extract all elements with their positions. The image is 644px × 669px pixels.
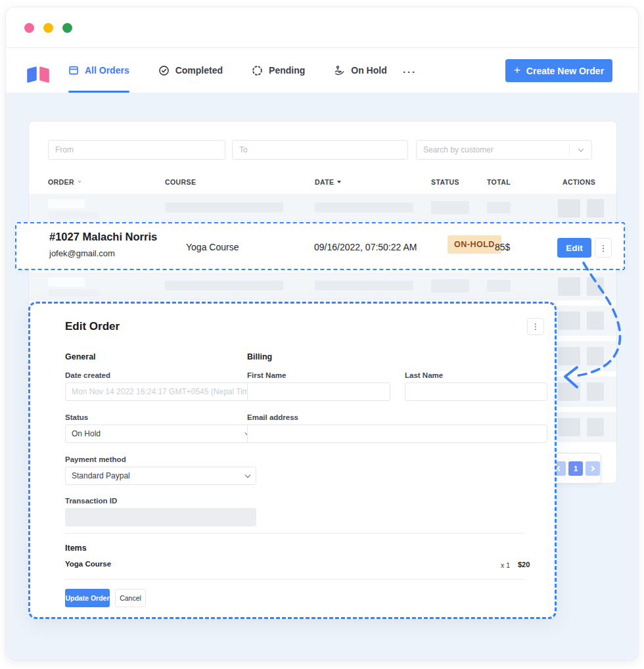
payment-select-value: Standard Paypal bbox=[72, 471, 130, 480]
update-order-button[interactable]: Update Order bbox=[65, 589, 110, 607]
general-section-heading: General bbox=[65, 352, 96, 361]
item-quantity: x 1 bbox=[501, 561, 510, 569]
skeleton-block bbox=[48, 289, 99, 296]
tab-pending[interactable]: Pending bbox=[252, 48, 305, 93]
column-actions: ACTIONS bbox=[563, 178, 595, 186]
app-window: All Orders Completed Pending bbox=[5, 7, 639, 661]
highlighted-order-row[interactable]: #1027 Malachi Norris jofek@gmail.com Yog… bbox=[15, 222, 625, 270]
tab-on-hold[interactable]: On Hold bbox=[334, 48, 386, 93]
skeleton-block bbox=[487, 280, 511, 292]
edit-order-button[interactable]: Edit bbox=[557, 238, 591, 258]
skeleton-block bbox=[558, 382, 580, 401]
order-total: 85$ bbox=[495, 242, 510, 252]
maximize-window-dot[interactable] bbox=[62, 23, 72, 33]
skeleton-block bbox=[315, 281, 413, 290]
orders-icon bbox=[68, 65, 79, 76]
column-date[interactable]: DATE bbox=[315, 178, 341, 186]
skeleton-block bbox=[558, 418, 580, 436]
email-input[interactable] bbox=[247, 425, 547, 443]
skeleton-block bbox=[558, 277, 580, 296]
hand-hold-icon bbox=[334, 65, 345, 76]
tab-label: Pending bbox=[269, 65, 305, 76]
skeleton-block bbox=[587, 199, 604, 218]
chevron-down-icon bbox=[578, 146, 583, 151]
order-title: #1027 Malachi Norris bbox=[49, 231, 157, 243]
skeleton-block bbox=[587, 277, 604, 296]
skeleton-row bbox=[29, 194, 616, 223]
last-name-input[interactable] bbox=[405, 382, 547, 401]
column-label: TOTAL bbox=[487, 178, 511, 186]
tab-all-orders[interactable]: All Orders bbox=[68, 48, 129, 93]
check-circle-icon bbox=[158, 65, 170, 76]
item-name: Yoga Course bbox=[65, 560, 111, 568]
status-select-value: On Hold bbox=[72, 429, 101, 438]
minimize-window-dot[interactable] bbox=[43, 23, 53, 33]
status-label: Status bbox=[65, 413, 88, 421]
skeleton-block bbox=[558, 347, 580, 365]
skeleton-block bbox=[48, 212, 99, 219]
modal-kebab-menu-button[interactable]: ⋮ bbox=[527, 318, 544, 335]
chevron-down-icon bbox=[245, 472, 250, 477]
skeleton-block bbox=[165, 281, 283, 290]
close-window-dot[interactable] bbox=[24, 23, 34, 33]
date-created-label: Date created bbox=[65, 371, 110, 379]
create-new-order-button[interactable]: + Create New Order bbox=[505, 59, 612, 82]
skeleton-row bbox=[29, 273, 616, 300]
items-heading: Items bbox=[65, 543, 87, 553]
chevron-left-icon bbox=[557, 465, 562, 471]
skeleton-block bbox=[165, 202, 283, 212]
cancel-button[interactable]: Cancel bbox=[115, 589, 146, 607]
status-select[interactable]: On Hold bbox=[65, 425, 256, 443]
plus-icon: + bbox=[514, 64, 520, 77]
column-label: ACTIONS bbox=[563, 178, 595, 186]
tab-label: All Orders bbox=[85, 65, 129, 76]
create-button-label: Create New Order bbox=[526, 66, 604, 76]
column-label: ORDER bbox=[48, 178, 74, 186]
customer-search-select[interactable] bbox=[416, 140, 592, 160]
tab-label: Completed bbox=[175, 65, 223, 76]
window-controls bbox=[24, 23, 72, 33]
column-label: STATUS bbox=[431, 178, 459, 186]
nav-tabs: All Orders Completed Pending bbox=[68, 48, 387, 93]
more-tabs-button[interactable]: ··· bbox=[403, 66, 417, 78]
skeleton-block bbox=[431, 201, 469, 214]
column-label: DATE bbox=[315, 178, 334, 186]
column-total: TOTAL bbox=[487, 178, 511, 186]
sort-caret-icon bbox=[337, 181, 341, 183]
pagination: 1 bbox=[550, 453, 601, 484]
email-label: Email address bbox=[247, 413, 298, 421]
first-name-input[interactable] bbox=[247, 382, 390, 401]
skeleton-block bbox=[431, 279, 469, 292]
skeleton-block bbox=[48, 277, 85, 287]
transaction-id-input[interactable] bbox=[65, 508, 256, 526]
billing-section-heading: Billing bbox=[247, 352, 272, 361]
modal-title: Edit Order bbox=[65, 320, 120, 333]
pagination-next-button[interactable] bbox=[586, 461, 600, 476]
date-created-input[interactable] bbox=[65, 382, 256, 401]
from-date-input[interactable] bbox=[48, 140, 225, 160]
pagination-page-1[interactable]: 1 bbox=[568, 461, 583, 476]
skeleton-block bbox=[587, 418, 604, 436]
skeleton-block bbox=[587, 382, 604, 401]
status-badge: ON-HOLD bbox=[448, 235, 501, 254]
item-price: $20 bbox=[518, 561, 530, 568]
row-kebab-menu-button[interactable]: ⋮ bbox=[595, 238, 612, 258]
column-status: STATUS bbox=[431, 178, 459, 186]
tab-completed[interactable]: Completed bbox=[158, 48, 223, 93]
chevron-right-icon bbox=[589, 465, 595, 471]
first-name-label: First Name bbox=[247, 371, 286, 379]
sort-caret-icon bbox=[78, 181, 81, 183]
order-course: Yoga Course bbox=[186, 242, 239, 252]
to-date-input[interactable] bbox=[232, 140, 408, 160]
pending-spinner-icon bbox=[252, 65, 263, 76]
payment-method-select[interactable]: Standard Paypal bbox=[65, 467, 256, 485]
book-logo bbox=[25, 64, 51, 86]
transaction-id-label: Transaction ID bbox=[65, 497, 117, 505]
column-order[interactable]: ORDER bbox=[48, 178, 81, 186]
skeleton-block bbox=[558, 199, 580, 218]
section-divider bbox=[65, 579, 524, 580]
payment-method-label: Payment method bbox=[65, 455, 126, 463]
customer-search-input[interactable] bbox=[417, 145, 569, 154]
tab-label: On Hold bbox=[351, 65, 386, 76]
search-dropdown-chevron[interactable] bbox=[569, 144, 591, 156]
